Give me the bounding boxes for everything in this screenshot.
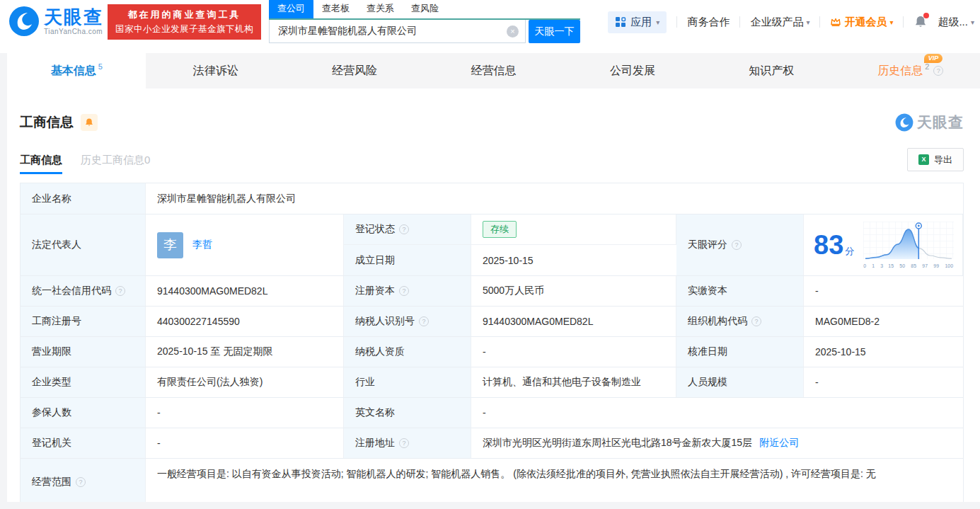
chart-tick: 3: [880, 263, 883, 268]
subtab-history-business-info[interactable]: 历史工商信息0: [81, 154, 150, 174]
chevron-down-icon: ▾: [656, 18, 659, 26]
table-row: 法定代表人 李 李哲 登记状态? 存续 天眼评分? 83 分: [21, 215, 963, 276]
nav-enterprise-products[interactable]: 企业级产品 ▾: [750, 16, 809, 29]
enterprise-products-label: 企业级产品: [750, 16, 803, 29]
chart-tick: 99: [934, 263, 940, 268]
help-icon[interactable]: ?: [419, 316, 429, 326]
table-row: 企业名称 深圳市星帷智能机器人有限公司: [21, 183, 963, 215]
notification-bell-button[interactable]: [913, 15, 928, 29]
tab-history-info[interactable]: 历史信息 VIP 2 ?: [841, 53, 980, 88]
top-header: 天眼查 TianYanCha.com 都在用的商业查询工具 国家中小企业发展子基…: [0, 0, 980, 44]
tianyan-score-value: 83 分: [804, 215, 963, 275]
help-icon[interactable]: ?: [76, 477, 86, 487]
search-button[interactable]: 天眼一下: [529, 20, 580, 43]
search-area: 查公司 查老板 查关系 查风险 × 天眼一下: [269, 1, 580, 43]
bell-icon: [84, 118, 94, 127]
search-tab-risk[interactable]: 查风险: [403, 0, 447, 18]
nav-divider: [676, 16, 677, 28]
monitor-bell-button[interactable]: [81, 114, 98, 131]
chevron-down-icon: ▾: [806, 18, 809, 26]
reg-number-value: 440300227145590: [146, 307, 344, 336]
tab-legal-proceedings[interactable]: 法律诉讼: [146, 53, 284, 88]
watermark-text: 天眼查: [917, 113, 964, 132]
promo-banner-line1: 都在用的商业查询工具: [128, 8, 241, 21]
tab-intellectual-property[interactable]: 知识产权: [702, 53, 841, 88]
company-name-value: 深圳市星帷智能机器人有限公司: [146, 183, 963, 214]
section-header: 工商信息 天眼查: [20, 113, 964, 132]
account-label: 超级...: [938, 16, 968, 29]
chart-tick: 97: [923, 263, 928, 268]
english-name-label: 英文名称: [344, 398, 471, 428]
search-tab-company[interactable]: 查公司: [269, 0, 313, 18]
chart-axis-ticks: 0131550859799100: [863, 263, 954, 269]
help-icon[interactable]: ?: [399, 286, 409, 296]
tab-company-development[interactable]: 公司发展: [563, 53, 702, 88]
table-row: 统一社会信用代码? 91440300MAG0MED82L 注册资本? 5000万…: [21, 276, 963, 307]
table-row: 参保人数 - 英文名称 -: [21, 398, 963, 428]
clear-search-icon[interactable]: ×: [507, 25, 519, 38]
tianyancha-logo[interactable]: 天眼查 TianYanCha.com: [8, 6, 103, 37]
credit-code-label: 统一社会信用代码?: [21, 276, 146, 306]
help-icon[interactable]: ?: [751, 316, 761, 326]
crown-icon: [830, 17, 841, 27]
tab-basic-info[interactable]: 基本信息 5: [7, 53, 146, 88]
org-code-value: MAG0MED8-2: [804, 307, 963, 336]
nearby-companies-link[interactable]: 附近公司: [759, 437, 799, 450]
taxpayer-id-label: 纳税人识别号?: [344, 307, 471, 336]
search-input-row: × 天眼一下: [269, 20, 580, 43]
approve-date-value: 2025-10-15: [804, 337, 963, 367]
establish-date-label: 成立日期: [344, 245, 471, 275]
app-grid-icon: [615, 16, 626, 28]
business-term-value: 2025-10-15 至 无固定期限: [146, 337, 344, 367]
apps-menu-button[interactable]: 应用 ▾: [608, 11, 667, 33]
reg-capital-label: 注册资本?: [344, 276, 471, 306]
nav-account-menu[interactable]: 超级... ▾: [938, 16, 974, 29]
nav-open-membership[interactable]: 开通会员 ▾: [830, 16, 893, 29]
search-tab-boss[interactable]: 查老板: [313, 0, 358, 18]
help-icon[interactable]: ?: [115, 286, 125, 296]
reg-authority-value: -: [146, 428, 344, 458]
insured-count-label: 参保人数: [21, 398, 146, 428]
tab-operating-risk[interactable]: 经营风险: [285, 53, 424, 88]
subtab-business-info[interactable]: 工商信息: [20, 154, 62, 174]
help-icon[interactable]: ?: [732, 240, 742, 250]
search-tab-relation[interactable]: 查关系: [358, 0, 403, 18]
brand-domain: TianYanCha.com: [44, 28, 103, 35]
legal-rep-avatar[interactable]: 李: [157, 232, 183, 258]
approve-date-label: 核准日期: [676, 337, 804, 367]
chevron-down-icon: ▾: [971, 18, 974, 26]
page-bottom-gutter: [0, 502, 980, 509]
help-icon[interactable]: ?: [399, 224, 409, 234]
business-scope-value: 一般经营项目是: 以自有资金从事投资活动; 智能机器人的研发; 智能机器人销售。…: [146, 459, 963, 505]
top-nav: 应用 ▾ 商务合作 企业级产品 ▾ 开通会员 ▾: [608, 0, 974, 44]
help-icon[interactable]: ?: [933, 66, 943, 76]
status-badge: 存续: [483, 221, 517, 238]
chart-tick: 1: [872, 263, 875, 268]
company-name-label: 企业名称: [21, 183, 146, 214]
nav-divider: [903, 16, 904, 28]
reg-capital-value: 5000万人民币: [471, 276, 676, 306]
export-button[interactable]: X 导出: [907, 148, 964, 171]
reg-status-label: 登记状态?: [344, 215, 471, 245]
reg-status-value: 存续: [471, 215, 676, 245]
nav-business-cooperation[interactable]: 商务合作: [687, 16, 730, 29]
insured-count-value: -: [146, 398, 344, 428]
tab-history-label: 历史信息 VIP: [877, 64, 923, 79]
credit-code-value: 91440300MAG0MED82L: [146, 276, 344, 306]
chart-tick: 50: [900, 263, 906, 268]
tab-history-count: 2: [925, 62, 929, 71]
legal-rep-name-link[interactable]: 李哲: [192, 239, 212, 251]
table-row: 经营范围? 一般经营项目是: 以自有资金从事投资活动; 智能机器人的研发; 智能…: [21, 459, 963, 505]
business-info-section: 工商信息 天眼查 工商信息 历史工商信息0: [7, 88, 980, 502]
address-text: 深圳市光明区光明街道东周社区光电北路18号金新农大厦15层: [483, 437, 752, 450]
tianyancha-watermark: 天眼查: [895, 113, 964, 132]
chart-tick: 100: [945, 263, 954, 268]
help-icon[interactable]: ?: [399, 438, 409, 448]
chevron-down-icon: ▾: [889, 18, 893, 26]
tab-operating-info[interactable]: 经营信息: [424, 53, 563, 88]
search-input[interactable]: [270, 20, 525, 42]
nav-divider: [819, 16, 820, 28]
open-membership-label: 开通会员: [844, 16, 887, 29]
business-info-table: 企业名称 深圳市星帷智能机器人有限公司 法定代表人 李 李哲 登记状态? 存续 …: [20, 183, 964, 505]
chart-tick: 0: [863, 263, 866, 268]
